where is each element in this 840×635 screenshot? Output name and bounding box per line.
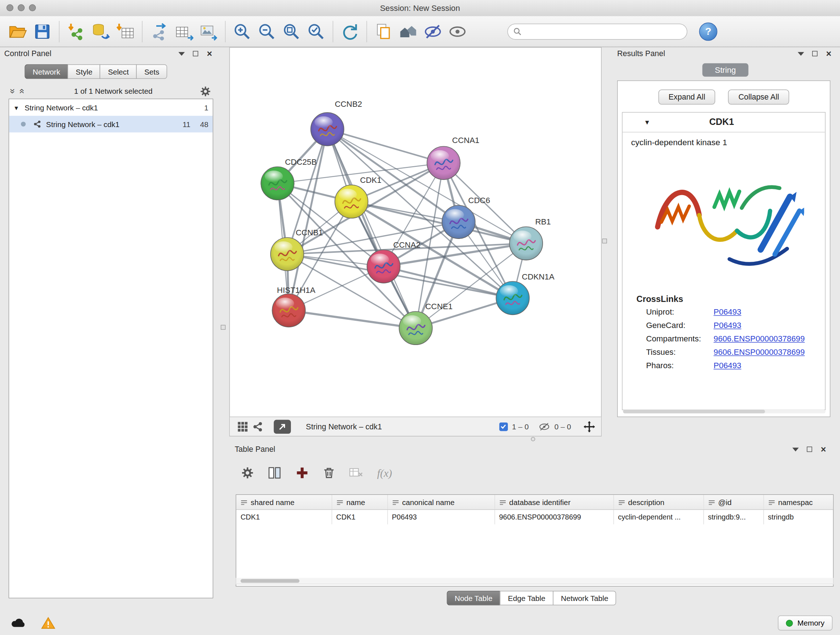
network-node-hist1h1a[interactable]: HIST1H1A [272,286,316,327]
network-node-cdk1[interactable]: CDK1 [335,176,382,218]
expand-all-networks-icon[interactable]: « [7,86,18,96]
table-cell[interactable]: CDK1 [332,510,387,524]
control-panel-float-icon[interactable] [191,49,201,59]
network-edge-CCNB2-CCNA1[interactable] [327,129,444,163]
table-cell[interactable]: CDK1 [236,510,332,524]
save-session-button[interactable] [30,19,55,44]
column-header-canonical-name[interactable]: canonical name [387,495,494,510]
network-node-rb1[interactable]: RB1 [509,217,551,260]
table-panel-float-icon[interactable] [805,445,814,454]
column-header--id[interactable]: @id [703,495,763,510]
expand-all-button[interactable]: Expand All [658,89,715,104]
results-horizontal-scrollbar[interactable] [623,409,826,413]
zoom-out-button[interactable] [254,19,279,44]
hidden-elements-icon[interactable] [538,422,550,432]
network-canvas[interactable]: CCNB2CCNA1CDC25BCDK1CDC6RB1CCNB1CCNA2CDK… [230,48,601,417]
new-network-button[interactable] [147,19,172,44]
zoom-selected-button[interactable] [304,19,328,44]
copy-document-icon [374,22,393,41]
left-splitter-handle[interactable] [221,325,225,329]
import-network-button[interactable] [64,19,88,44]
table-cell[interactable]: P06493 [387,510,494,524]
network-edge-HIST1H1A-CCNE1[interactable] [289,310,416,328]
memory-button[interactable]: Memory [778,616,832,630]
results-panel-collapse-icon[interactable] [796,49,806,59]
zoom-in-button[interactable] [230,19,254,44]
tab-node-table[interactable]: Node Table [447,591,500,605]
right-splitter-handle[interactable] [602,239,607,243]
column-header-name[interactable]: name [332,495,387,510]
first-neighbors-button[interactable] [396,19,420,44]
cloud-status-button[interactable] [8,614,29,631]
control-panel-close-icon[interactable]: × [205,49,215,59]
results-panel-close-icon[interactable]: × [824,49,834,59]
network-view[interactable]: CCNB2CCNA1CDC25BCDK1CDC6RB1CCNB1CCNA2CDK… [229,47,602,436]
fit-content-move-icon[interactable] [583,420,596,433]
warnings-button[interactable] [38,614,59,631]
window-titlebar[interactable]: Session: New Session [0,0,840,17]
table-horizontal-scrollbar[interactable] [236,578,834,584]
table-panel-collapse-icon[interactable] [791,445,801,454]
tab-select[interactable]: Select [100,65,137,79]
collection-expander-icon[interactable]: ▼ [13,104,19,111]
tab-sets[interactable]: Sets [136,65,167,79]
hide-selected-button[interactable] [421,19,445,44]
table-panel-close-icon[interactable]: × [819,445,829,454]
birds-eye-view-icon[interactable] [235,420,250,434]
table-cell[interactable]: stringdb:9... [703,510,763,524]
network-edge-CCNB2-CCNE1[interactable] [327,129,416,328]
control-panel-collapse-icon[interactable] [177,49,187,59]
network-share-icon[interactable] [250,420,265,434]
import-table-button[interactable] [113,19,137,44]
column-header-namespac[interactable]: namespac [763,495,834,510]
tab-style[interactable]: Style [68,65,101,79]
table-cell[interactable]: 9606.ENSP00000378699 [494,510,614,524]
crosslink-link[interactable]: P06493 [714,307,742,317]
help-button[interactable]: ? [699,22,717,40]
crosslink-link[interactable]: P06493 [714,321,742,330]
column-header-shared-name[interactable]: shared name [236,495,332,510]
function-builder-icon[interactable]: f(x) [377,467,392,479]
search-input[interactable] [522,27,681,36]
bottom-splitter-handle[interactable] [531,437,535,441]
crosslink-link[interactable]: P06493 [714,361,742,370]
global-search-field[interactable] [507,23,687,39]
open-in-browser-button[interactable] [274,420,291,434]
string-results-tab[interactable]: String [702,63,748,77]
delete-column-trash-icon[interactable] [323,466,336,479]
network-collection-row[interactable]: ▼ String Network – cdk1 1 [9,99,213,116]
gene-card-expander-icon[interactable]: ▼ [644,119,651,126]
table-cell[interactable]: stringdb [763,510,834,524]
tab-network-table[interactable]: Network Table [553,591,616,605]
show-all-button[interactable] [445,19,470,44]
tab-network[interactable]: Network [25,65,68,79]
show-columns-icon[interactable] [268,466,282,479]
open-session-button[interactable] [5,19,30,44]
collapse-all-button[interactable]: Collapse All [728,89,789,104]
import-network-database-button[interactable] [88,19,113,44]
results-panel-float-icon[interactable] [810,49,820,59]
crosslink-link[interactable]: 9606.ENSP00000378699 [714,348,805,356]
copy-document-button[interactable] [371,19,396,44]
new-table-button[interactable] [172,19,196,44]
network-node-ccna1[interactable]: CCNA1 [427,136,479,180]
selected-nodes-checkbox[interactable] [499,422,508,431]
column-header-database-identifier[interactable]: database identifier [494,495,614,510]
zoom-fit-button[interactable] [279,19,304,44]
crosslink-link[interactable]: 9606.ENSP00000378699 [714,334,805,343]
column-header-description[interactable]: description [614,495,704,510]
network-row-selected[interactable]: String Network – cdk1 11 48 [9,116,213,133]
network-options-gear-icon[interactable] [200,86,211,97]
network-edge-CCNB2-HIST1H1A[interactable] [289,129,327,310]
table-options-gear-icon[interactable] [241,466,254,479]
collapse-all-networks-icon[interactable]: « [17,86,27,96]
table-row[interactable]: CDK1CDK1P064939606.ENSP00000378699cyclin… [236,510,834,524]
table-cell[interactable]: cyclin-dependent ... [614,510,704,524]
network-node-cdc25b[interactable]: CDC25B [261,157,317,200]
tab-edge-table[interactable]: Edge Table [500,591,554,605]
network-node-ccnb2[interactable]: CCNB2 [311,100,362,146]
refresh-view-button[interactable] [338,19,362,44]
network-node-cdkn1a[interactable]: CDKN1A [496,272,554,315]
create-column-plus-icon[interactable] [295,466,309,479]
export-image-button[interactable] [196,19,221,44]
